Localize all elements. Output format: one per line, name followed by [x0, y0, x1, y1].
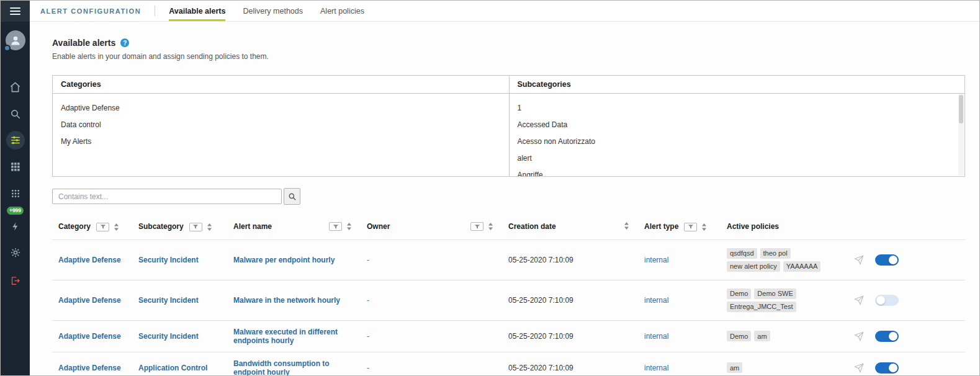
category-browser: Categories Adaptive DefenseData controlM… [52, 75, 965, 177]
lightning-icon[interactable] [6, 217, 25, 236]
category-link[interactable]: Adaptive Defense [52, 352, 132, 375]
sort-icon[interactable] [624, 222, 629, 230]
notification-count-badge[interactable]: +999 [7, 207, 24, 215]
policy-tag: am [727, 362, 742, 373]
owner-cell: - [361, 239, 502, 280]
search-button[interactable] [284, 188, 300, 205]
send-plane-icon [854, 331, 864, 341]
tab-available-alerts[interactable]: Available alerts [169, 1, 225, 21]
toggle-knob [876, 296, 885, 305]
creation-date-cell: 05-25-2020 7:10:09 [502, 352, 638, 375]
active-policies-cell: am [721, 352, 848, 375]
send-test-alert-icon[interactable] [854, 295, 864, 305]
col-subcategory[interactable]: Subcategory [132, 216, 227, 239]
search-icon[interactable] [6, 105, 25, 123]
gear-icon[interactable] [6, 243, 25, 262]
filter-icon[interactable] [96, 223, 109, 231]
table-header-row: Category Subcategory Alert name Owner Cr… [52, 216, 965, 239]
user-avatar[interactable] [6, 30, 25, 50]
alert-type-link[interactable]: internal [638, 239, 721, 280]
logout-icon[interactable] [6, 272, 25, 290]
home-icon[interactable] [6, 78, 25, 96]
subcategory-item[interactable]: Angriffe [510, 167, 965, 176]
col-alert-type[interactable]: Alert type [638, 216, 721, 239]
subcategories-header: Subcategories [510, 76, 965, 94]
categories-panel: Categories Adaptive DefenseData controlM… [53, 76, 509, 176]
sort-icon[interactable] [346, 223, 352, 230]
filter-icon[interactable] [684, 223, 697, 231]
filter-icon[interactable] [189, 223, 202, 231]
alert-enabled-toggle[interactable] [875, 254, 899, 266]
alert-type-link[interactable]: internal [638, 280, 721, 320]
hamburger-menu-icon[interactable] [1, 1, 30, 22]
alert-enabled-toggle[interactable] [875, 331, 899, 342]
category-item[interactable]: Adaptive Defense [53, 100, 509, 117]
send-test-alert-icon[interactable] [854, 331, 864, 341]
modules-grid-icon[interactable] [6, 157, 25, 176]
col-alert-name[interactable]: Alert name [227, 216, 361, 239]
help-icon[interactable]: ? [120, 38, 129, 47]
alert-enabled-toggle[interactable] [875, 295, 899, 306]
controls-cell [848, 280, 965, 320]
sort-icon[interactable] [701, 223, 707, 231]
send-test-alert-icon[interactable] [854, 363, 864, 373]
creation-date-cell: 05-25-2020 7:10:09 [502, 320, 638, 352]
subcategory-link[interactable]: Security Incident [132, 239, 227, 280]
col-controls [848, 216, 965, 239]
col-category[interactable]: Category [52, 216, 132, 239]
apps-dots-grid-icon[interactable] [6, 184, 25, 203]
policy-tag: theo pol [760, 248, 791, 259]
subcategory-item[interactable]: alert [510, 150, 965, 167]
filter-icon[interactable] [329, 222, 342, 231]
subcategories-list: 1Accessed DataAcesso non Autorizzatoaler… [510, 94, 965, 176]
sort-icon[interactable] [207, 223, 212, 231]
tab-delivery-methods[interactable]: Delivery methods [243, 1, 303, 21]
creation-date-cell: 05-25-2020 7:10:09 [502, 239, 638, 280]
alerts-table: Category Subcategory Alert name Owner Cr… [52, 216, 965, 375]
active-policies-cell: DemoDemo SWEEntrega_JMCC_Test [721, 280, 848, 320]
col-creation-date[interactable]: Creation date [502, 216, 638, 239]
category-link[interactable]: Adaptive Defense [52, 280, 132, 320]
filter-icon[interactable] [470, 222, 483, 231]
tab-alert-policies[interactable]: Alert policies [320, 1, 364, 21]
sort-icon[interactable] [488, 223, 493, 230]
magnifier-icon [288, 192, 297, 201]
subcategory-link[interactable]: Security Incident [132, 320, 227, 352]
toggle-knob [889, 256, 897, 264]
toggle-knob [889, 364, 897, 372]
alert-name-link[interactable]: Malware executed in different endpoints … [227, 320, 361, 352]
categories-header: Categories [53, 76, 509, 94]
alert-type-link[interactable]: internal [638, 320, 721, 352]
subcategory-item[interactable]: Acesso non Autorizzato [510, 133, 965, 150]
category-link[interactable]: Adaptive Defense [52, 239, 132, 280]
send-plane-icon [854, 295, 864, 305]
sort-icon[interactable] [114, 223, 119, 231]
category-item[interactable]: My Alerts [53, 133, 509, 150]
controls-cell [848, 352, 965, 375]
active-policies-cell: Demoam [721, 320, 848, 352]
alert-name-link[interactable]: Malware in the network hourly [227, 280, 361, 320]
search-input[interactable] [52, 189, 282, 204]
alert-name-link[interactable]: Bandwidth consumption to endpoint hourly [227, 352, 361, 375]
category-link[interactable]: Adaptive Defense [52, 320, 132, 352]
alert-settings-sliders-icon[interactable] [6, 131, 25, 150]
page-title: Available alerts [52, 38, 115, 48]
category-item[interactable]: Data control [53, 117, 509, 133]
subcategory-item[interactable]: 1 [510, 100, 965, 117]
subcategory-link[interactable]: Application Control [132, 352, 227, 375]
policy-tag: new alert policy [727, 261, 780, 272]
alert-enabled-toggle[interactable] [875, 362, 899, 374]
subcategory-item[interactable]: Accessed Data [510, 117, 965, 133]
send-test-alert-icon[interactable] [854, 255, 864, 265]
controls-cell [848, 239, 965, 280]
owner-cell: - [361, 280, 502, 320]
scrollbar-thumb[interactable] [959, 95, 963, 123]
table-row: Adaptive DefenseSecurity IncidentMalware… [52, 280, 965, 320]
scrollbar-track[interactable] [958, 94, 964, 176]
section-title: ALERT CONFIGURATION [40, 7, 141, 15]
col-owner[interactable]: Owner [361, 216, 502, 239]
alert-name-link[interactable]: Malware per endpoint hourly [227, 239, 361, 280]
subcategory-link[interactable]: Security Incident [132, 280, 227, 320]
table-row: Adaptive DefenseSecurity IncidentMalware… [52, 320, 965, 352]
alert-type-link[interactable]: internal [638, 352, 721, 375]
